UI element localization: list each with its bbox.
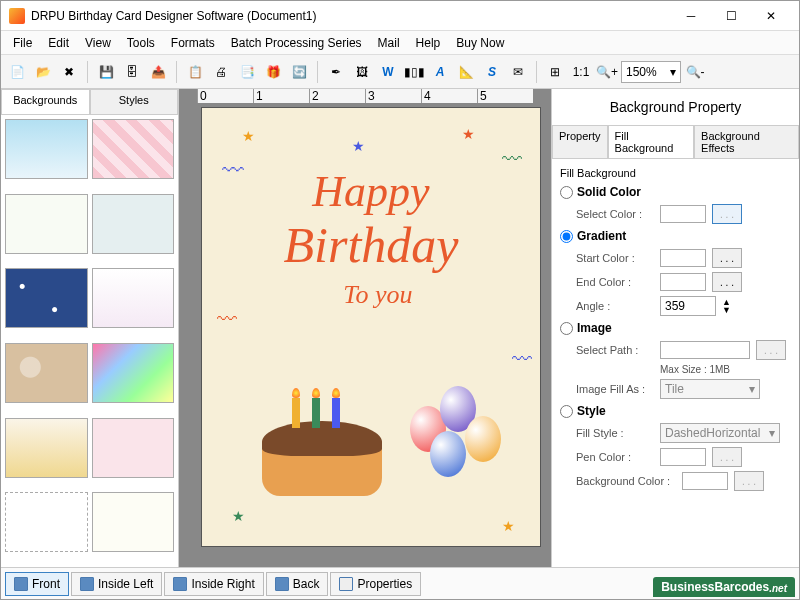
toolbar: 📄 📂 ✖ 💾 🗄 📤 📋 🖨 📑 🎁 🔄 ✒ 🖼 W ▮▯▮ A 📐 S ✉ … [1, 55, 799, 89]
bg-thumb[interactable] [5, 194, 88, 254]
page-tabs-bar: Front Inside Left Inside Right Back Prop… [1, 567, 799, 599]
titlebar: DRPU Birthday Card Designer Software (Do… [1, 1, 799, 31]
tab-fill-background[interactable]: Fill Background [608, 125, 694, 158]
bg-thumb[interactable] [5, 418, 88, 478]
menu-help[interactable]: Help [408, 33, 449, 53]
card-text-birthday: Birthday [284, 216, 459, 274]
new-icon[interactable]: 📄 [5, 60, 29, 84]
group-fill-background: Fill Background [560, 167, 791, 179]
end-color-swatch[interactable] [660, 273, 706, 291]
bg-thumb[interactable] [92, 268, 175, 328]
canvas-area[interactable]: 012345 ★ ★ ★ 〰 〰 〰 〰 ★ ★ Happy Birthday … [179, 89, 551, 567]
bg-color-picker-button[interactable]: . . . [734, 471, 764, 491]
app-icon [9, 8, 25, 24]
zoom-combo[interactable]: 150%▾ [621, 61, 681, 83]
bg-thumb[interactable] [5, 343, 88, 403]
pen-color-picker-button[interactable]: . . . [712, 447, 742, 467]
shape-icon[interactable]: 📐 [454, 60, 478, 84]
page-tab-inside-right[interactable]: Inside Right [164, 572, 263, 596]
export-icon[interactable]: 📤 [146, 60, 170, 84]
solid-color-swatch[interactable] [660, 205, 706, 223]
barcode-icon[interactable]: ▮▯▮ [402, 60, 426, 84]
bg-color-swatch[interactable] [682, 472, 728, 490]
bg-thumb[interactable] [92, 343, 175, 403]
page-tab-inside-left[interactable]: Inside Left [71, 572, 162, 596]
saveall-icon[interactable]: 🗄 [120, 60, 144, 84]
angle-spinner[interactable]: ▲▼ [722, 298, 731, 314]
menu-formats[interactable]: Formats [163, 33, 223, 53]
card-canvas[interactable]: ★ ★ ★ 〰 〰 〰 〰 ★ ★ Happy Birthday To you [201, 107, 541, 547]
minimize-button[interactable]: ─ [671, 2, 711, 30]
watermark: BusinessBarcodes.net [653, 577, 795, 597]
pen-icon[interactable]: ✒ [324, 60, 348, 84]
tab-property[interactable]: Property [552, 125, 608, 158]
bg-thumb[interactable] [92, 119, 175, 179]
radio-style[interactable] [560, 405, 573, 418]
tab-styles[interactable]: Styles [90, 89, 179, 114]
bg-thumb[interactable] [5, 268, 88, 328]
menubar: File Edit View Tools Formats Batch Proce… [1, 31, 799, 55]
balloons-icon [400, 376, 510, 506]
bg-thumb[interactable] [5, 492, 88, 552]
end-color-picker-button[interactable]: . . . [712, 272, 742, 292]
menu-buy[interactable]: Buy Now [448, 33, 512, 53]
gift-icon[interactable]: 🎁 [261, 60, 285, 84]
page-tab-front[interactable]: Front [5, 572, 69, 596]
page-tab-properties[interactable]: Properties [330, 572, 421, 596]
zoomin-icon[interactable]: 🔍+ [595, 60, 619, 84]
menu-file[interactable]: File [5, 33, 40, 53]
start-color-picker-button[interactable]: . . . [712, 248, 742, 268]
left-panel: Backgrounds Styles [1, 89, 179, 567]
image-fill-combo[interactable]: Tile▾ [660, 379, 760, 399]
radio-gradient[interactable] [560, 230, 573, 243]
bg-thumb[interactable] [92, 194, 175, 254]
menu-tools[interactable]: Tools [119, 33, 163, 53]
image-browse-button[interactable]: . . . [756, 340, 786, 360]
card-text-happy: Happy [312, 166, 429, 217]
start-color-swatch[interactable] [660, 249, 706, 267]
image-path-field [660, 341, 750, 359]
pen-color-swatch[interactable] [660, 448, 706, 466]
panel-title: Background Property [552, 89, 799, 125]
open-icon[interactable]: 📂 [31, 60, 55, 84]
background-thumbs [1, 115, 178, 567]
delete-icon[interactable]: ✖ [57, 60, 81, 84]
orient-icon[interactable]: 🔄 [287, 60, 311, 84]
page-tab-back[interactable]: Back [266, 572, 329, 596]
window-title: DRPU Birthday Card Designer Software (Do… [31, 9, 671, 23]
print-icon[interactable]: 🖨 [209, 60, 233, 84]
grid-icon[interactable]: ⊞ [543, 60, 567, 84]
radio-solid-color[interactable] [560, 186, 573, 199]
zoomout-icon[interactable]: 🔍- [683, 60, 707, 84]
maximize-button[interactable]: ☐ [711, 2, 751, 30]
text-icon[interactable]: W [376, 60, 400, 84]
batch-icon[interactable]: 📑 [235, 60, 259, 84]
ruler-horizontal: 012345 [197, 89, 533, 103]
menu-edit[interactable]: Edit [40, 33, 77, 53]
mail-icon[interactable]: ✉ [506, 60, 530, 84]
menu-batch[interactable]: Batch Processing Series [223, 33, 370, 53]
tab-backgrounds[interactable]: Backgrounds [1, 89, 90, 114]
bg-thumb[interactable] [92, 492, 175, 552]
bg-thumb[interactable] [5, 119, 88, 179]
radio-image[interactable] [560, 322, 573, 335]
card-text-toyou: To you [343, 280, 412, 310]
bg-thumb[interactable] [92, 418, 175, 478]
copy-icon[interactable]: 📋 [183, 60, 207, 84]
fill-style-combo[interactable]: DashedHorizontal▾ [660, 423, 780, 443]
solid-color-picker-button[interactable]: . . . [712, 204, 742, 224]
save-icon[interactable]: 💾 [94, 60, 118, 84]
image-icon[interactable]: 🖼 [350, 60, 374, 84]
sign-icon[interactable]: S [480, 60, 504, 84]
cake-icon [262, 386, 382, 496]
menu-view[interactable]: View [77, 33, 119, 53]
property-panel: Background Property Property Fill Backgr… [551, 89, 799, 567]
close-button[interactable]: ✕ [751, 2, 791, 30]
angle-input[interactable]: 359 [660, 296, 716, 316]
tab-background-effects[interactable]: Background Effects [694, 125, 799, 158]
font-icon[interactable]: A [428, 60, 452, 84]
fit-icon[interactable]: 1:1 [569, 60, 593, 84]
menu-mail[interactable]: Mail [370, 33, 408, 53]
